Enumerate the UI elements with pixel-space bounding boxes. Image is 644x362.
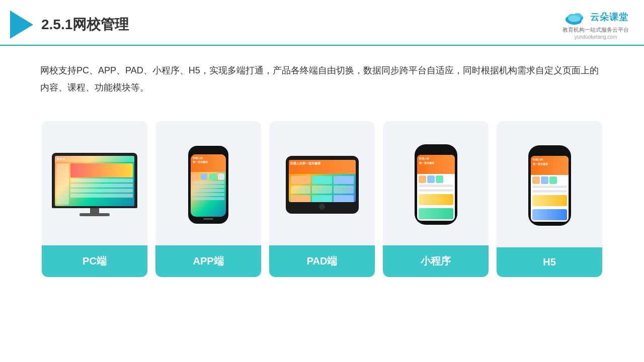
smartphone-card-2: [419, 208, 453, 219]
tablet-cell-8: [312, 195, 332, 202]
smartphone-icon-4: [532, 176, 540, 184]
header-left: 2.5.1网校管理: [10, 11, 129, 39]
smartphone-screen-2: 职通人的 第一堂兴趣课: [531, 156, 569, 222]
tablet-screen: 职通人的第一堂兴趣课: [289, 160, 356, 202]
brand-url: yunduoketang.com: [575, 34, 617, 40]
phone-screen-body: [191, 172, 226, 202]
pc-dot-2: [60, 158, 62, 160]
smartphone-body-1: [417, 174, 455, 221]
smartphone-banner-2: 第一堂兴趣课: [419, 161, 453, 165]
smartphone-icon-1: [419, 175, 426, 183]
smartphone-banner-1: 职通人的: [419, 157, 453, 160]
brand-name: 云朵课堂: [590, 11, 628, 23]
smartphone-icon-5: [541, 176, 548, 184]
smartphone-card-1: [419, 194, 453, 205]
tablet-cell-3: [334, 176, 354, 184]
smartphone-notch-2: [542, 150, 556, 154]
phone-outer: 职通人的 第一堂兴趣课: [188, 146, 228, 224]
page-title: 2.5.1网校管理: [41, 15, 129, 34]
card-miniprogram: 职通人的 第一堂兴趣课: [383, 121, 489, 277]
smartphone-text-4: [532, 190, 567, 193]
smartphone-banner-3: 职通人的: [533, 158, 567, 161]
phone-screen-top: 职通人的 第一堂兴趣课: [191, 154, 226, 172]
smartphone-mockup-2: 职通人的 第一堂兴趣课: [528, 145, 571, 226]
pc-main: [70, 163, 133, 205]
pc-row-2: [70, 184, 133, 188]
platform-cards: PC端 职通人的 第一堂兴趣课: [0, 106, 644, 292]
card-app: 职通人的 第一堂兴趣课: [155, 121, 261, 277]
pc-row-4: [70, 194, 133, 198]
tablet-mockup: 职通人的第一堂兴趣课: [286, 156, 359, 214]
smartphone-screen-1: 职通人的 第一堂兴趣课: [417, 155, 455, 221]
phone-banner-text-2: 第一堂兴趣课: [193, 160, 224, 163]
smartphone-card-4: [532, 209, 567, 220]
phone-content-2: [192, 185, 224, 188]
tablet-cell-9: [334, 195, 354, 202]
card-miniprogram-image: 职通人的 第一堂兴趣课: [383, 121, 489, 245]
smartphone-mockup-1: 职通人的 第一堂兴趣课: [415, 144, 457, 225]
smartphone-icon-row-1: [419, 175, 453, 183]
phone-notch: [202, 150, 214, 153]
card-h5-image: 职通人的 第一堂兴趣课: [497, 121, 602, 247]
smartphone-screen-top-2: 职通人的 第一堂兴趣课: [531, 156, 569, 175]
card-h5: 职通人的 第一堂兴趣课: [497, 121, 602, 277]
smartphone-text-1: [419, 185, 453, 187]
card-pad-image: 职通人的第一堂兴趣课: [269, 121, 375, 245]
card-app-label: APP端: [155, 245, 261, 277]
phone-icon-4: [218, 173, 224, 180]
tablet-cell-6: [334, 186, 354, 194]
tablet-cell-4: [291, 186, 311, 194]
smartphone-icon-3: [436, 175, 443, 183]
brand-subtitle: 教育机构一站式服务云平台: [562, 26, 629, 34]
smartphone-text-2: [419, 189, 453, 192]
smartphone-notch-1: [429, 149, 443, 153]
card-pad-label: PAD端: [269, 245, 375, 277]
pc-rows: [70, 178, 133, 205]
pc-dot-3: [63, 158, 65, 160]
tablet-screen-top: 职通人的第一堂兴趣课: [289, 160, 356, 174]
card-miniprogram-label: 小程序: [383, 245, 489, 277]
pc-screen: [55, 156, 134, 206]
phone-content-3: [192, 189, 224, 192]
pc-banner: [70, 163, 133, 177]
tablet-outer: 职通人的第一堂兴趣课: [286, 156, 359, 214]
card-pad: 职通人的第一堂兴趣课: [269, 121, 375, 277]
pc-screen-outer: [52, 153, 137, 208]
smartphone-card-3: [532, 195, 567, 206]
phone-home-btn: [203, 218, 213, 220]
smartphone-outer-2: 职通人的 第一堂兴趣课: [528, 145, 571, 226]
pc-mockup: [52, 153, 137, 216]
phone-mockup: 职通人的 第一堂兴趣课: [188, 146, 228, 224]
phone-screen: 职通人的 第一堂兴趣课: [191, 154, 226, 217]
phone-content-5: [192, 197, 224, 200]
card-app-image: 职通人的 第一堂兴趣课: [155, 121, 261, 245]
phone-icon-3: [209, 173, 216, 180]
cloud-icon: [563, 9, 587, 25]
card-pc: PC端: [42, 121, 147, 277]
svg-point-5: [568, 16, 580, 22]
smartphone-icon-row-2: [532, 176, 567, 184]
tablet-cell-7: [291, 195, 311, 202]
tablet-home-btn: [319, 204, 325, 210]
pc-dot-1: [57, 158, 59, 160]
tablet-cell-2: [312, 176, 332, 184]
tablet-screen-body: [289, 174, 356, 202]
pc-stand-neck: [90, 208, 99, 213]
pc-row-3: [70, 189, 133, 193]
card-pc-image: [42, 121, 147, 245]
smartphone-icon-2: [427, 175, 435, 183]
pc-screen-content: [55, 156, 134, 206]
tablet-cell-5: [312, 186, 332, 194]
phone-icon-2: [201, 173, 207, 180]
smartphone-banner-4: 第一堂兴趣课: [533, 162, 567, 166]
logo-triangle-icon: [10, 11, 33, 39]
description-text: 网校支持PC、APP、PAD、小程序、H5，实现多端打通，产品各终端自由切换，数…: [0, 46, 644, 101]
cloud-logo-container: 云朵课堂: [563, 9, 628, 25]
tablet-banner-text: 职通人的第一堂兴趣课: [290, 161, 354, 166]
tablet-cell-1: [291, 176, 311, 184]
header: 2.5.1网校管理 云朵课堂 教育机构一站式服务云平台 yunduoketang…: [0, 0, 644, 46]
brand-logo: 云朵课堂 教育机构一站式服务云平台 yunduoketang.com: [562, 9, 629, 40]
pc-sidebar: [56, 163, 69, 205]
card-pc-label: PC端: [42, 245, 147, 277]
phone-banner-text-1: 职通人的: [193, 156, 224, 159]
